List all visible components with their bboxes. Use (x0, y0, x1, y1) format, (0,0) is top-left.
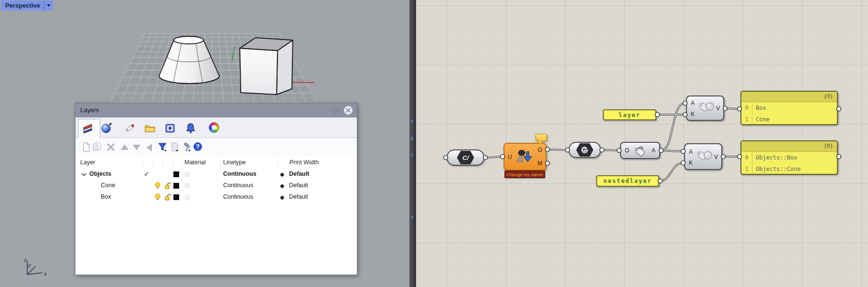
rhino-viewport[interactable]: Perspective z y x Layers (0, 0, 409, 287)
libraries-tab-icon[interactable] (144, 122, 156, 134)
layer-print-width: Default (289, 193, 308, 200)
key-value-icon (697, 100, 717, 117)
window-divider: 5 6 1 7 (409, 0, 416, 287)
chevron-expand-icon[interactable] (81, 173, 86, 176)
material-preview[interactable] (184, 182, 191, 189)
gh-panel-layer[interactable]: layer (603, 109, 656, 120)
panel-row: 0 Objects::Box (741, 152, 837, 163)
port-a[interactable]: A (652, 147, 655, 154)
gizmo-y-label: y (28, 262, 32, 268)
box-object (240, 38, 293, 95)
column-linetype: Linetype (223, 159, 246, 166)
chevron-down-icon (47, 4, 51, 7)
port-k[interactable]: K (689, 159, 693, 166)
delete-layer-icon[interactable] (106, 142, 116, 152)
gh-tag-component[interactable]: O A (620, 142, 660, 159)
panel-row: 1 Cone (741, 114, 837, 125)
port-v[interactable]: V (714, 154, 718, 160)
spiral-icon (576, 143, 593, 157)
column-print-width: Print Width (289, 159, 319, 166)
app-window: Perspective z y x Layers (0, 0, 868, 287)
gh-values-component-1[interactable]: A K V (686, 96, 724, 121)
layer-name: Cone (101, 182, 115, 189)
new-sublayer-icon[interactable] (92, 142, 102, 152)
move-down-icon[interactable] (133, 145, 142, 154)
gh-output-panel-2[interactable]: {0} 0 Objects::Box 1 Objects::Cone (740, 140, 838, 175)
key-value-icon (696, 149, 715, 166)
layer-color-swatch[interactable] (173, 183, 179, 189)
layer-color-swatch[interactable] (173, 171, 179, 177)
lock-open-icon[interactable] (164, 182, 171, 190)
port-o[interactable]: O (538, 147, 542, 153)
layers-panel-tabstrip (75, 117, 357, 138)
balloon-note-icon[interactable] (536, 134, 547, 141)
print-width-diamond: ◆ (280, 171, 284, 178)
material-preview[interactable] (184, 194, 191, 201)
layer-color-swatch[interactable] (173, 194, 179, 200)
layers-toolbar: ? (75, 138, 357, 156)
layer-row-box[interactable]: Box Continuous ◆ Default (75, 191, 357, 203)
paint-tab-icon[interactable] (124, 122, 136, 134)
print-width-diamond: ◆ (280, 182, 284, 189)
tools-hammer-icon[interactable] (182, 142, 192, 152)
layer-linetype: Continuous (223, 182, 253, 189)
viewport-tab-perspective[interactable]: Perspective (1, 0, 53, 11)
new-layer-icon[interactable] (82, 142, 91, 152)
gh-rename-component[interactable]: U O M (504, 143, 547, 170)
port-m[interactable]: M (537, 160, 542, 167)
gear-icon[interactable] (331, 106, 340, 115)
layer-row-cone[interactable]: Cone Continuous ◆ Default (75, 180, 357, 191)
panel-header: {0} (741, 141, 837, 152)
layer-name: Box (101, 193, 111, 200)
info-page-tab-icon[interactable] (164, 122, 176, 134)
port-a[interactable]: A (689, 149, 693, 155)
layer-print-width: Default (289, 170, 309, 177)
layer-name: Objects (89, 170, 111, 177)
layers-panel-titlebar[interactable]: Layers (75, 103, 357, 117)
move-left-icon[interactable] (146, 144, 156, 153)
help-icon[interactable]: ? (193, 142, 203, 152)
colors-tab-icon[interactable] (209, 122, 219, 133)
gh-panel-nestedlayer[interactable]: nestedlayer (596, 175, 659, 187)
column-material: Material (184, 159, 205, 166)
rename-component-icon (516, 149, 535, 166)
gh-curve-param[interactable]: C/ (447, 149, 484, 166)
move-up-icon[interactable] (121, 144, 130, 154)
clipped-text: 7 (411, 216, 413, 221)
gh-output-panel-1[interactable]: {0} 0 Box 1 Cone (740, 91, 838, 125)
layer-print-width: Default (289, 182, 308, 189)
clipped-text: 1 (411, 153, 413, 158)
layer-table-header: Layer Material Linetype Print Width (75, 157, 357, 169)
port-u[interactable]: U (508, 154, 512, 160)
visibility-bulb-icon[interactable] (154, 193, 161, 201)
port-o[interactable]: O (625, 147, 629, 154)
layers-tab-icon[interactable] (82, 122, 94, 134)
layers-panel-title: Layers (80, 106, 99, 114)
materials-tab-icon[interactable] (101, 122, 112, 134)
current-layer-check: ✓ (144, 170, 150, 178)
panel-row: 1 Objects::Cone (741, 163, 837, 175)
gh-data-param[interactable] (568, 142, 601, 158)
port-k[interactable]: K (691, 111, 695, 117)
rename-warning-tag: Change my name! (504, 170, 545, 178)
material-preview[interactable] (184, 171, 191, 178)
filter-funnel-icon[interactable] (158, 142, 167, 152)
viewport-tab-dropdown[interactable] (44, 0, 53, 11)
axis-gizmo: z y x (14, 251, 53, 284)
clipped-text: 6 (411, 136, 413, 141)
column-layer: Layer (80, 159, 95, 166)
notifications-bell-icon[interactable] (185, 122, 196, 134)
layer-linetype: Continuous (223, 193, 253, 200)
gh-values-component-2[interactable]: A K V (684, 143, 722, 170)
curve-param-icon: C/ (457, 151, 474, 164)
port-a[interactable]: A (691, 100, 695, 106)
print-width-diamond: ◆ (280, 194, 284, 201)
lock-open-icon[interactable] (164, 193, 171, 201)
layer-settings-page-icon[interactable] (170, 142, 180, 152)
visibility-bulb-icon[interactable] (154, 182, 161, 190)
tag-icon (633, 144, 650, 159)
port-v[interactable]: V (716, 105, 720, 112)
layer-linetype: Continuous (223, 170, 256, 177)
close-icon[interactable] (344, 106, 353, 115)
layer-row-objects[interactable]: Objects ✓ Continuous ◆ Default (75, 169, 357, 180)
